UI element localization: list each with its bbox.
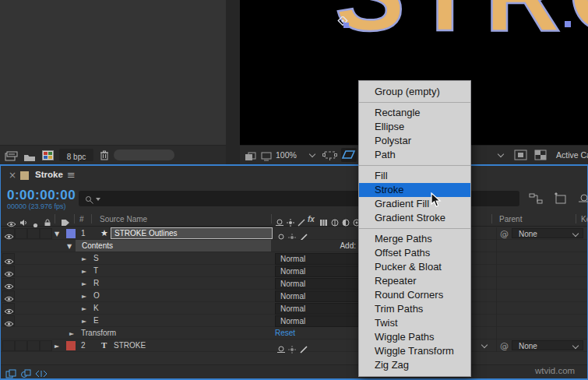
collapse-triangle-icon[interactable]: ► <box>55 343 59 350</box>
region-of-interest-icon[interactable] <box>514 150 527 164</box>
collapse-triangle-icon[interactable]: ► <box>82 280 86 287</box>
folder-icon[interactable] <box>23 151 36 165</box>
blend-mode-dropdown[interactable]: Normal <box>275 253 364 265</box>
video-cell[interactable] <box>2 266 15 276</box>
transform-label[interactable]: Transform <box>81 329 116 337</box>
audio-cell[interactable] <box>15 228 27 239</box>
transparency-grid-icon[interactable] <box>534 150 547 164</box>
lock-cell[interactable] <box>40 340 52 351</box>
parent-dropdown[interactable]: None <box>512 228 583 238</box>
menu-item-wiggle-transform[interactable]: Wiggle Transform <box>359 344 470 358</box>
blend-mode-dropdown[interactable]: Normal <box>275 266 364 277</box>
collapse-triangle-icon[interactable]: ► <box>69 330 74 337</box>
draft-3d-icon[interactable] <box>552 192 568 208</box>
collapse-triangle-icon[interactable]: ► <box>82 255 86 262</box>
group-name[interactable]: E <box>93 316 99 325</box>
audio-cell[interactable] <box>15 340 27 351</box>
menu-item-zig-zag[interactable]: Zig Zag <box>359 358 470 372</box>
solo-cell[interactable] <box>27 228 40 239</box>
menu-item-gradient-fill[interactable]: Gradient Fill <box>359 197 470 211</box>
panel-menu-icon[interactable]: ≡ <box>67 169 76 181</box>
bit-depth-button[interactable]: 8 bpc <box>59 149 93 161</box>
layer-label-swatch[interactable] <box>66 229 76 238</box>
menu-item-twist[interactable]: Twist <box>359 316 470 330</box>
resolution-dropdown-chevron[interactable] <box>498 151 504 157</box>
layer-quality-icon[interactable] <box>300 343 308 357</box>
contents-label[interactable]: Contents <box>82 241 113 250</box>
video-cell[interactable] <box>2 278 15 289</box>
group-name[interactable]: K <box>93 304 99 312</box>
track-matte-chevron[interactable] <box>481 342 488 348</box>
collapse-triangle-icon[interactable]: ► <box>82 293 86 300</box>
menu-item-wiggle-paths[interactable]: Wiggle Paths <box>359 330 470 344</box>
active-camera-value[interactable]: Active Ca <box>556 150 588 160</box>
interpret-footage-icon[interactable] <box>5 150 18 164</box>
menu-item-group-empty[interactable]: Group (empty) <box>359 85 470 99</box>
group-row-k[interactable]: ► K Normal <box>1 302 587 315</box>
menu-item-repeater[interactable]: Repeater <box>359 274 470 288</box>
snapshot-icon[interactable] <box>245 150 256 164</box>
search-options-chevron[interactable] <box>96 198 100 201</box>
contents-row[interactable]: ▼ Contents Add: <box>1 240 587 252</box>
video-cell[interactable] <box>2 340 15 351</box>
timeline-tab-title[interactable]: Stroke <box>35 170 63 179</box>
solo-cell[interactable] <box>27 340 40 351</box>
menu-item-rectangle[interactable]: Rectangle <box>359 106 470 120</box>
collapse-triangle-icon[interactable]: ► <box>82 268 86 275</box>
transform-reset-link[interactable]: Reset <box>275 329 295 337</box>
menu-item-polystar[interactable]: Polystar <box>359 134 470 148</box>
lock-cell[interactable] <box>40 228 52 239</box>
layer-row-1[interactable]: ▼ 1 ★ STROKE Outlines @ None <box>1 227 587 240</box>
mask-shape-visibility-icon[interactable] <box>341 148 357 162</box>
project-scroll-pill[interactable] <box>114 150 174 160</box>
parent-pickwhip-icon[interactable]: @ <box>500 229 509 239</box>
new-composition-icon[interactable] <box>42 150 54 164</box>
source-name-column-label[interactable]: Source Name <box>100 215 147 223</box>
selection-handle[interactable] <box>565 21 571 27</box>
parent-column-label[interactable]: Parent <box>499 215 522 223</box>
menu-item-gradient-stroke[interactable]: Gradient Stroke <box>359 211 470 225</box>
group-name[interactable]: S <box>93 254 99 262</box>
group-row-e[interactable]: ► E Normal <box>1 315 587 327</box>
tab-close-icon[interactable]: × <box>9 170 16 181</box>
blend-mode-dropdown[interactable]: Normal <box>275 278 364 290</box>
toggle-transfer-controls-icon[interactable] <box>20 368 31 380</box>
menu-item-offset-paths[interactable]: Offset Paths <box>359 246 470 260</box>
group-row-s[interactable]: ► S Normal <box>1 252 587 265</box>
show-snapshot-icon[interactable] <box>261 150 272 164</box>
parent-pickwhip-icon[interactable]: @ <box>500 341 509 351</box>
toggle-inout-panes-icon[interactable] <box>35 368 48 380</box>
menu-item-stroke[interactable]: Stroke <box>359 183 470 197</box>
menu-item-path[interactable]: Path <box>359 148 470 162</box>
panel-gutter[interactable] <box>226 0 240 164</box>
blend-mode-dropdown[interactable]: Normal <box>275 315 364 327</box>
collapse-triangle-icon[interactable]: ► <box>82 305 86 312</box>
video-cell[interactable] <box>2 253 15 264</box>
menu-item-trim-paths[interactable]: Trim Paths <box>359 302 470 316</box>
layer-name-box[interactable]: STROKE Outlines <box>111 227 273 239</box>
shy-toggle-icon[interactable] <box>579 193 588 207</box>
menu-item-ellipse[interactable]: Ellipse <box>359 120 470 134</box>
add-property-label[interactable]: Add: <box>331 241 356 250</box>
expand-triangle-icon[interactable]: ▼ <box>67 243 72 250</box>
toggle-layer-switches-icon[interactable] <box>5 368 16 380</box>
current-timecode[interactable]: 0:00:00:00 <box>7 188 76 203</box>
menu-item-round-corners[interactable]: Round Corners <box>359 288 470 302</box>
expand-triangle-icon[interactable]: ▼ <box>55 230 59 238</box>
layer-shy-icon[interactable] <box>276 343 286 357</box>
group-name[interactable]: O <box>93 291 100 300</box>
zoom-dropdown-chevron[interactable] <box>309 151 315 157</box>
menu-item-merge-paths[interactable]: Merge Paths <box>359 232 470 246</box>
group-name[interactable]: R <box>93 279 99 287</box>
layer-row-2[interactable]: ► 2 T STROKE @ None <box>1 340 587 352</box>
transform-row[interactable]: ► Transform Reset <box>1 327 587 340</box>
zoom-level-value[interactable]: 100% <box>276 150 297 160</box>
trash-icon[interactable] <box>100 150 109 164</box>
mini-flowchart-icon[interactable] <box>529 193 543 207</box>
grid-guides-icon[interactable] <box>322 150 337 164</box>
selection-handle[interactable] <box>343 23 349 28</box>
layer-rasterize-icon[interactable] <box>288 343 296 357</box>
blend-mode-dropdown[interactable]: Normal <box>275 290 364 302</box>
video-cell[interactable] <box>2 315 15 326</box>
layer-label-swatch[interactable] <box>66 341 76 350</box>
